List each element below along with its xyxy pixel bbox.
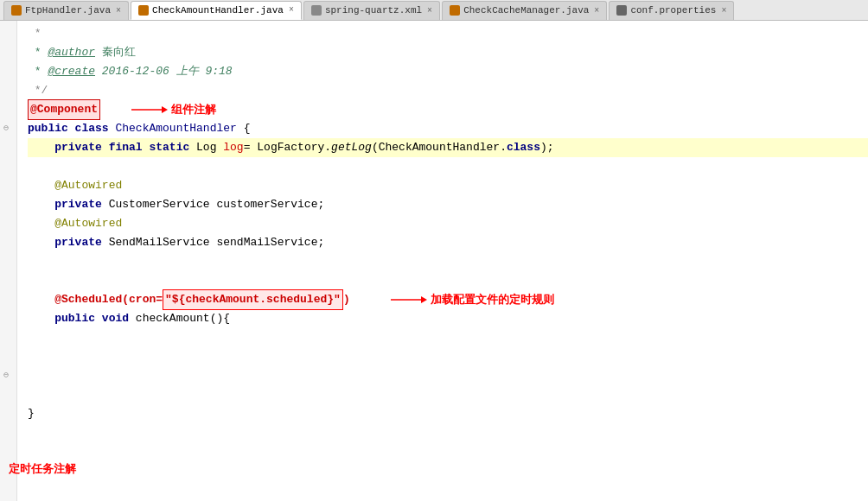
scheduled-callout-text: 加载配置文件的定时规则 xyxy=(431,290,554,309)
props-icon xyxy=(616,5,627,16)
code-line-12: private SendMailService sendMailService; xyxy=(28,233,868,252)
component-callout-text: 组件注解 xyxy=(171,100,216,119)
code-line-6: public class CheckAmountHandler { xyxy=(28,119,868,138)
tab-check-cache[interactable]: CheckCacheManager.java × xyxy=(442,1,607,20)
tab-conf-label: conf.properties xyxy=(630,5,716,16)
scheduled-callout: 加载配置文件的定时规则 xyxy=(391,290,554,309)
code-line-21: } xyxy=(28,404,868,423)
tab-conf[interactable]: conf.properties × xyxy=(609,1,734,20)
tab-spring-quartz-close[interactable]: × xyxy=(427,6,432,16)
code-container: ⊖ ⊖ * * @author 秦向红 * @create 2016-12-06… xyxy=(0,21,868,501)
java-icon xyxy=(11,5,22,16)
tab-ftp-label: FtpHandler.java xyxy=(25,5,111,16)
code-line-17 xyxy=(28,328,868,347)
code-line-14 xyxy=(28,271,868,290)
tab-check-amount[interactable]: CheckAmountHandler.java × xyxy=(131,1,302,20)
code-line-18 xyxy=(28,347,868,366)
code-area: ⊖ ⊖ * * @author 秦向红 * @create 2016-12-06… xyxy=(0,21,868,501)
code-line-4: */ xyxy=(28,81,868,100)
tab-spring-quartz-label: spring-quartz.xml xyxy=(325,5,422,16)
tab-check-cache-close[interactable]: × xyxy=(594,6,599,16)
tab-conf-close[interactable]: × xyxy=(721,6,726,16)
code-line-5: @Component 组件注解 xyxy=(28,100,868,119)
scheduled-arrow-svg xyxy=(391,293,425,307)
code-line-10: private CustomerService customerService; xyxy=(28,195,868,214)
code-line-13 xyxy=(28,252,868,271)
tab-ftp[interactable]: FtpHandler.java × xyxy=(3,1,129,20)
tab-ftp-close[interactable]: × xyxy=(116,6,121,16)
gutter: ⊖ ⊖ xyxy=(0,21,17,501)
java-icon xyxy=(450,5,460,16)
tab-check-cache-label: CheckCacheManager.java xyxy=(463,5,589,16)
tab-check-amount-close[interactable]: × xyxy=(289,5,294,15)
code-line-8 xyxy=(28,157,868,176)
tab-check-amount-label: CheckAmountHandler.java xyxy=(152,5,284,16)
code-line-16: public void checkAmount(){ xyxy=(28,309,868,328)
fold-icon-method[interactable]: ⊖ xyxy=(3,370,9,380)
code-line-1: * xyxy=(28,24,868,43)
java-icon xyxy=(138,5,149,16)
code-line-19 xyxy=(28,366,868,385)
code-line-7: private final static Log log= LogFactory… xyxy=(28,138,868,157)
svg-marker-3 xyxy=(421,296,427,303)
svg-marker-1 xyxy=(162,106,168,113)
code-line-3: * @create 2016-12-06 上午 9:18 xyxy=(28,62,868,81)
tab-bar: FtpHandler.java × CheckAmountHandler.jav… xyxy=(0,0,868,21)
component-callout: 组件注解 xyxy=(131,100,216,119)
code-line-2: * @author 秦向红 xyxy=(28,43,868,62)
arrow-svg xyxy=(131,103,166,117)
fold-icon-class[interactable]: ⊖ xyxy=(3,123,9,133)
code-line-9: @Autowired xyxy=(28,176,868,195)
code-line-11: @Autowired xyxy=(28,214,868,233)
xml-icon xyxy=(311,5,322,16)
bottom-label: 定时任务注解 xyxy=(9,461,76,477)
tab-spring-quartz[interactable]: spring-quartz.xml × xyxy=(303,1,440,20)
code-line-20 xyxy=(28,385,868,404)
code-lines: * * @author 秦向红 * @create 2016-12-06 上午 … xyxy=(17,21,868,501)
bottom-label-text: 定时任务注解 xyxy=(9,462,76,475)
code-line-15: @Scheduled(cron="${checkAmount.scheduled… xyxy=(28,290,868,309)
